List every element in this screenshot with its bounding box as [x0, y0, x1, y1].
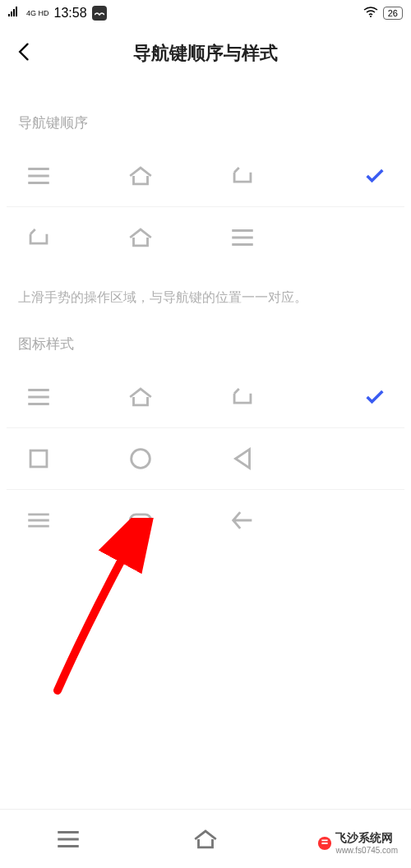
back-icon	[229, 162, 256, 190]
order-option-2[interactable]	[7, 207, 404, 268]
triangle-icon	[229, 445, 256, 473]
square-icon	[25, 445, 53, 473]
status-time: 13:58	[54, 6, 87, 21]
menu-icon	[25, 162, 53, 190]
order-option-1[interactable]	[7, 145, 404, 207]
svg-rect-1	[30, 450, 47, 467]
app-indicator-icon	[92, 6, 107, 21]
menu-icon	[229, 224, 256, 252]
signal-icon	[8, 7, 21, 20]
back-button[interactable]	[13, 40, 36, 67]
svg-point-2	[132, 450, 150, 469]
arrow-left-icon	[229, 506, 256, 534]
pill-icon	[127, 506, 155, 534]
check-icon	[363, 164, 386, 187]
home-icon	[127, 162, 155, 190]
back-icon	[25, 224, 53, 252]
home-icon	[127, 224, 155, 252]
battery-indicator: 26	[383, 7, 403, 20]
system-home-icon[interactable]	[192, 825, 219, 853]
watermark-text: 飞沙系统网	[335, 831, 393, 844]
section-label-order: 导航键顺序	[0, 81, 411, 145]
svg-point-0	[370, 16, 372, 17]
back-icon	[229, 383, 256, 411]
svg-rect-3	[130, 515, 151, 526]
wifi-icon	[363, 7, 378, 21]
system-menu-icon[interactable]	[54, 825, 82, 853]
menu-icon	[25, 383, 53, 411]
check-icon	[363, 386, 386, 409]
page-header: 导航键顺序与样式	[0, 26, 411, 81]
style-option-1[interactable]	[7, 367, 404, 428]
style-option-3[interactable]	[7, 490, 404, 551]
section-label-style: 图标样式	[0, 315, 411, 367]
watermark-logo-icon	[317, 836, 332, 851]
page-title: 导航键顺序与样式	[133, 41, 278, 66]
thin-menu-icon	[25, 506, 53, 534]
watermark-url: www.fs0745.com	[335, 846, 398, 855]
network-type: 4G HD	[26, 10, 49, 17]
watermark: 飞沙系统网 www.fs0745.com	[312, 828, 403, 858]
home-icon	[127, 383, 155, 411]
circle-icon	[127, 445, 155, 473]
style-option-2[interactable]	[7, 428, 404, 490]
hint-text: 上滑手势的操作区域，与导航键的位置一一对应。	[0, 268, 411, 315]
status-bar: 4G HD 13:58 26	[0, 0, 411, 26]
